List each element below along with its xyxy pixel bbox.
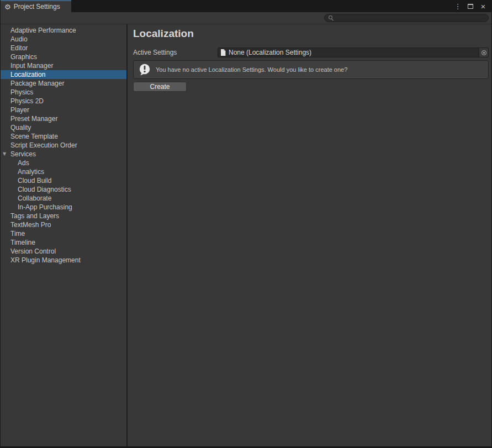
settings-category-list: Adaptive PerformanceAudioEditorGraphicsI… (1, 24, 128, 446)
helpbox-text: You have no active Localization Settings… (156, 66, 347, 73)
sidebar-item-label: Physics 2D (10, 97, 44, 105)
sidebar-item-script-execution-order[interactable]: Script Execution Order (1, 141, 126, 150)
sidebar-item-textmesh-pro[interactable]: TextMesh Pro (1, 220, 126, 229)
close-icon[interactable]: × (479, 2, 487, 10)
create-button[interactable]: Create (133, 82, 187, 92)
sidebar-item-physics-2d[interactable]: Physics 2D (1, 97, 126, 106)
sidebar-item-physics[interactable]: Physics (1, 88, 126, 97)
object-picker-button[interactable] (479, 48, 488, 57)
sidebar-item-timeline[interactable]: Timeline (1, 238, 126, 247)
gear-icon: ⚙ (4, 3, 11, 10)
sidebar-item-label: Package Manager (10, 80, 64, 87)
sidebar-item-label: TextMesh Pro (10, 221, 51, 229)
sidebar-item-adaptive-performance[interactable]: Adaptive Performance (1, 26, 126, 35)
sidebar-item-label: Tags and Layers (10, 212, 59, 220)
sidebar-item-player[interactable]: Player (1, 106, 126, 114)
document-icon (220, 49, 226, 56)
content: Adaptive PerformanceAudioEditorGraphicsI… (1, 24, 491, 446)
window-controls: ⋮ × (454, 0, 491, 12)
tab-title: Project Settings (14, 3, 60, 10)
sidebar-item-cloud-diagnostics[interactable]: Cloud Diagnostics (1, 185, 126, 194)
maximize-box-glyph (468, 4, 473, 9)
sidebar-item-label: Audio (10, 35, 28, 43)
sidebar-item-label: Quality (10, 124, 31, 131)
sidebar-item-label: Services (10, 150, 36, 158)
tab-project-settings[interactable]: ⚙ Project Settings (1, 0, 71, 12)
sidebar-item-time[interactable]: Time (1, 229, 126, 238)
sidebar-item-label: Scene Template (10, 133, 58, 140)
sidebar-item-label: Collaborate (18, 194, 51, 202)
target-picker-icon (482, 50, 486, 55)
active-settings-row: Active Settings None (Localization Setti… (133, 48, 489, 57)
sidebar-item-label: Editor (10, 44, 28, 52)
maximize-icon[interactable] (467, 2, 474, 10)
sidebar-item-analytics[interactable]: Analytics (1, 167, 126, 176)
sidebar-item-input-manager[interactable]: Input Manager (1, 61, 126, 70)
sidebar-item-label: Cloud Diagnostics (18, 186, 71, 193)
sidebar-item-label: Input Manager (10, 62, 53, 70)
sidebar-item-label: Analytics (18, 168, 44, 176)
project-settings-window: ⚙ Project Settings ⋮ × Adaptive Performa… (0, 0, 492, 448)
sidebar-item-label: Localization (10, 71, 45, 78)
foldout-triangle-icon[interactable]: ▼ (3, 152, 6, 156)
sidebar-item-in-app-purchasing[interactable]: In-App Purchasing (1, 203, 126, 212)
active-settings-object-field[interactable]: None (Localization Settings) (218, 48, 489, 57)
sidebar-item-label: Adaptive Performance (10, 27, 76, 34)
sidebar-item-label: Graphics (10, 53, 37, 61)
sidebar-item-graphics[interactable]: Graphics (1, 52, 126, 61)
object-field-value: None (Localization Settings) (229, 49, 479, 56)
sidebar-item-label: Preset Manager (10, 115, 57, 123)
sidebar-item-label: Timeline (10, 239, 35, 246)
sidebar-item-quality[interactable]: Quality (1, 123, 126, 132)
toolbar (1, 12, 491, 24)
search-icon (329, 15, 334, 21)
sidebar-item-label: XR Plugin Management (10, 256, 81, 264)
active-settings-label: Active Settings (133, 49, 218, 56)
sidebar-item-label: In-App Purchasing (18, 203, 72, 211)
sidebar-item-label: Cloud Build (18, 177, 51, 185)
sidebar-item-cloud-build[interactable]: Cloud Build (1, 176, 126, 185)
sidebar-item-collaborate[interactable]: Collaborate (1, 194, 126, 203)
sidebar-item-localization[interactable]: Localization (1, 70, 126, 79)
sidebar-item-editor[interactable]: Editor (1, 44, 126, 52)
sidebar-item-label: Physics (10, 88, 33, 96)
sidebar-item-label: Ads (18, 159, 29, 167)
sidebar-item-preset-manager[interactable]: Preset Manager (1, 114, 126, 123)
sidebar-item-tags-and-layers[interactable]: Tags and Layers (1, 212, 126, 220)
search-input[interactable] (336, 15, 484, 22)
sidebar-item-label: Version Control (10, 247, 56, 255)
main-panel: Localization Active Settings None (Local… (128, 24, 491, 446)
sidebar-item-label: Player (10, 106, 29, 114)
sidebar-item-ads[interactable]: Ads (1, 159, 126, 167)
sidebar-item-scene-template[interactable]: Scene Template (1, 132, 126, 141)
info-bubble-icon (138, 63, 151, 76)
helpbox: You have no active Localization Settings… (133, 60, 489, 79)
sidebar-item-version-control[interactable]: Version Control (1, 247, 126, 256)
sidebar-item-xr-plugin-management[interactable]: XR Plugin Management (1, 256, 126, 265)
search-field[interactable] (324, 14, 489, 22)
sidebar-item-label: Script Execution Order (10, 141, 77, 149)
sidebar-item-package-manager[interactable]: Package Manager (1, 79, 126, 88)
titlebar: ⚙ Project Settings ⋮ × (1, 0, 491, 12)
kebab-menu-icon[interactable]: ⋮ (454, 2, 462, 10)
sidebar-item-services[interactable]: ▼Services (1, 150, 126, 159)
sidebar-item-label: Time (10, 230, 25, 238)
page-title: Localization (133, 28, 489, 39)
sidebar-item-audio[interactable]: Audio (1, 35, 126, 44)
